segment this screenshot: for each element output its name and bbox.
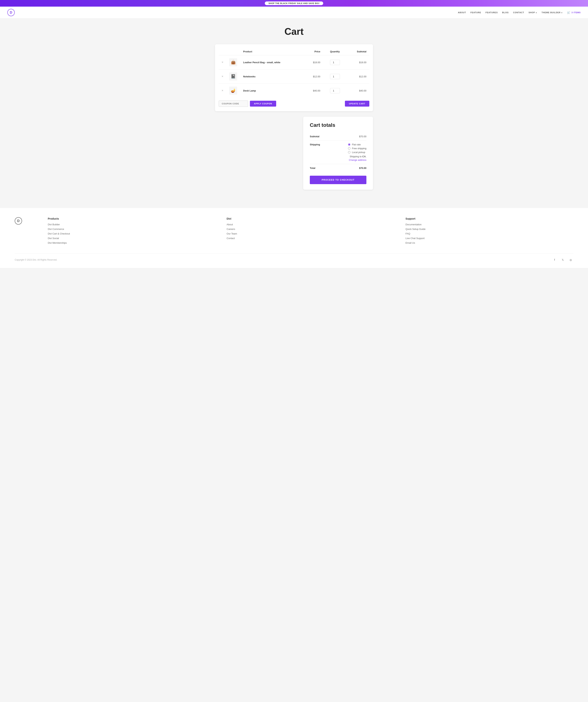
nav-features[interactable]: FEATURES bbox=[485, 11, 498, 14]
shipping-label: Shipping bbox=[310, 143, 325, 146]
cart-totals-wrapper: Cart totals Subtotal $70.00 Shipping Fla… bbox=[215, 117, 373, 190]
footer-link[interactable]: Divi Builder bbox=[48, 223, 216, 226]
footer-columns: ProductsDivi BuilderDivi CommerceDivi Ca… bbox=[48, 217, 573, 246]
product-price: $40.00 bbox=[304, 84, 323, 98]
footer-copyright: Copyright © 2023 Divi. All Rights Reserv… bbox=[15, 258, 57, 261]
shipping-flat-label: Flat rate bbox=[352, 143, 361, 146]
product-image: 🪔 bbox=[229, 87, 237, 95]
update-cart-button[interactable]: UPDATE CART bbox=[345, 101, 369, 107]
footer-link[interactable]: Divi Commerce bbox=[48, 228, 216, 230]
product-name: Desk Lamp bbox=[243, 89, 256, 92]
remove-item-button[interactable]: × bbox=[222, 89, 223, 92]
nav-shop[interactable]: SHOP bbox=[528, 11, 537, 14]
cart-totals: Cart totals Subtotal $70.00 Shipping Fla… bbox=[303, 117, 373, 190]
nav-about[interactable]: ABOUT bbox=[458, 11, 466, 14]
product-name: Leather Pencil Bag - small, white bbox=[243, 61, 280, 64]
social-instagram-icon[interactable]: ◎ bbox=[568, 257, 573, 262]
cart-row: × 👜 Leather Pencil Bag - small, white $1… bbox=[219, 55, 369, 70]
shipping-options-container: Flat rate Free shipping Local pickup Shi… bbox=[348, 143, 366, 161]
banner-text: SHOP THE BLACK FRIDAY SALE AND SAVE BIG! bbox=[265, 1, 323, 5]
subtotal-row: Subtotal $70.00 bbox=[310, 132, 366, 141]
footer-link[interactable]: Quick Setup Guide bbox=[405, 228, 573, 230]
shipping-option-free[interactable]: Free shipping bbox=[348, 147, 366, 150]
quantity-input[interactable] bbox=[330, 88, 340, 93]
footer-bottom: Copyright © 2023 Divi. All Rights Reserv… bbox=[15, 253, 573, 262]
footer-col: SupportDocumentationQuick Setup GuideFAQ… bbox=[405, 217, 573, 246]
nav-theme-builder[interactable]: THEME BUILDER bbox=[542, 11, 563, 14]
checkout-button[interactable]: PROCEED TO CHECKOUT bbox=[310, 176, 366, 184]
product-price: $12.00 bbox=[304, 70, 323, 84]
main-content: Cart Product Price Quantity Subtotal × 👜… bbox=[211, 19, 377, 197]
product-subtotal: $40.00 bbox=[347, 84, 369, 98]
remove-item-button[interactable]: × bbox=[222, 61, 223, 64]
footer-link[interactable]: Documentation bbox=[405, 223, 573, 226]
col-remove bbox=[219, 48, 226, 55]
footer-link[interactable]: Email Us bbox=[405, 241, 573, 244]
col-product: Product bbox=[240, 48, 304, 55]
product-price: $18.00 bbox=[304, 55, 323, 70]
footer-link[interactable]: Divi Cart & Checkout bbox=[48, 232, 216, 235]
footer-link[interactable]: FAQ bbox=[405, 232, 573, 235]
header: D ABOUT FEATURE FEATURES BLOG CONTACT SH… bbox=[0, 7, 588, 19]
footer-col: ProductsDivi BuilderDivi CommerceDivi Ca… bbox=[48, 217, 216, 246]
footer-link[interactable]: Our Team bbox=[227, 232, 394, 235]
cart-item-count: 3 ITEMS bbox=[572, 11, 581, 14]
quantity-input[interactable] bbox=[330, 74, 340, 79]
shipping-free-label: Free shipping bbox=[352, 147, 366, 150]
shipping-local-label: Local pickup bbox=[352, 151, 365, 154]
col-quantity: Quantity bbox=[323, 48, 347, 55]
quantity-input[interactable] bbox=[330, 60, 340, 65]
shipping-radio-flat[interactable] bbox=[348, 143, 350, 146]
nav-blog[interactable]: BLOG bbox=[502, 11, 509, 14]
col-img bbox=[226, 48, 240, 55]
product-subtotal: $18.00 bbox=[347, 55, 369, 70]
footer-logo[interactable]: D bbox=[15, 217, 22, 225]
cart-table: Product Price Quantity Subtotal × 👜 Leat… bbox=[219, 48, 369, 98]
total-value: $70.00 bbox=[359, 167, 366, 169]
nav-feature[interactable]: FEATURE bbox=[470, 11, 481, 14]
coupon-input[interactable] bbox=[219, 101, 248, 107]
footer-top: D ProductsDivi BuilderDivi CommerceDivi … bbox=[15, 217, 573, 246]
social-twitter-icon[interactable]: 𝕏 bbox=[560, 257, 565, 262]
shipping-option-flat[interactable]: Flat rate bbox=[348, 143, 366, 146]
page-title: Cart bbox=[215, 26, 373, 37]
footer-link[interactable]: Live Chat Support bbox=[405, 237, 573, 240]
logo[interactable]: D bbox=[7, 9, 15, 16]
remove-item-button[interactable]: × bbox=[222, 75, 223, 78]
social-icons: f 𝕏 ◎ bbox=[552, 257, 573, 262]
shipping-options: Flat rate Free shipping Local pickup bbox=[348, 143, 366, 154]
shipping-option-local[interactable]: Local pickup bbox=[348, 151, 366, 154]
apply-coupon-button[interactable]: APPLY COUPON bbox=[250, 101, 276, 107]
cart-totals-title: Cart totals bbox=[310, 122, 366, 128]
shipping-radio-local[interactable] bbox=[348, 151, 350, 153]
coupon-row: APPLY COUPON UPDATE CART bbox=[219, 98, 369, 108]
shipping-to: Shipping to CA. bbox=[348, 155, 366, 158]
footer-col-title: Divi bbox=[227, 217, 394, 220]
col-subtotal: Subtotal bbox=[347, 48, 369, 55]
footer-col: DiviAboutCareersOur TeamContact bbox=[227, 217, 394, 246]
change-address-link[interactable]: Change address bbox=[348, 158, 366, 161]
footer-link[interactable]: About bbox=[227, 223, 394, 226]
footer-link[interactable]: Divi Memberships bbox=[48, 241, 216, 244]
footer: D ProductsDivi BuilderDivi CommerceDivi … bbox=[0, 208, 588, 268]
footer-link[interactable]: Careers bbox=[227, 228, 394, 230]
cart-nav[interactable]: 🛒 3 ITEMS bbox=[567, 11, 581, 14]
coupon-left: APPLY COUPON bbox=[219, 101, 276, 107]
shipping-radio-free[interactable] bbox=[348, 147, 350, 149]
total-row: Total $70.00 bbox=[310, 164, 366, 172]
top-banner: SHOP THE BLACK FRIDAY SALE AND SAVE BIG! bbox=[0, 0, 588, 7]
footer-logo-col: D bbox=[15, 217, 37, 246]
nav-contact[interactable]: CONTACT bbox=[513, 11, 524, 14]
total-label: Total bbox=[310, 167, 325, 169]
footer-link[interactable]: Contact bbox=[227, 237, 394, 240]
footer-link[interactable]: Divi Social bbox=[48, 237, 216, 240]
product-image: 👜 bbox=[229, 58, 237, 66]
cart-row: × 🪔 Desk Lamp $40.00 $40.00 bbox=[219, 84, 369, 98]
cart-table-container: Product Price Quantity Subtotal × 👜 Leat… bbox=[215, 44, 373, 111]
social-facebook-icon[interactable]: f bbox=[552, 257, 557, 262]
subtotal-label: Subtotal bbox=[310, 135, 325, 138]
footer-col-title: Products bbox=[48, 217, 216, 220]
footer-col-title: Support bbox=[405, 217, 573, 220]
product-subtotal: $12.00 bbox=[347, 70, 369, 84]
subtotal-value: $70.00 bbox=[359, 135, 366, 138]
